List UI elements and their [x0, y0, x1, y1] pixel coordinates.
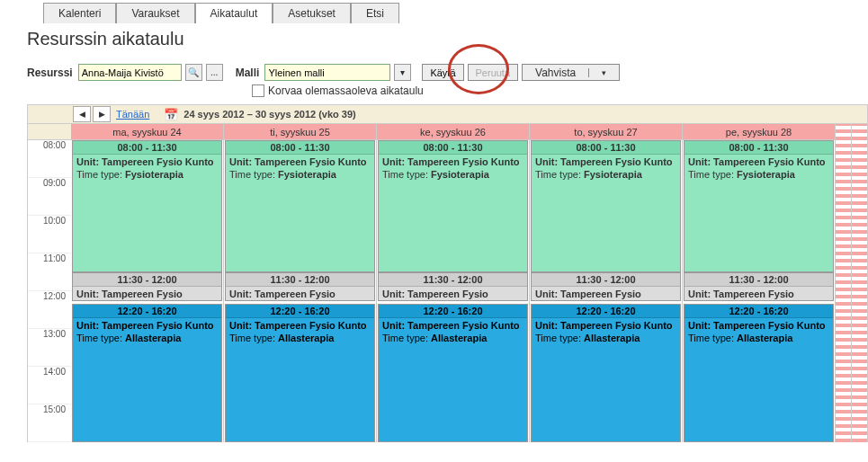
overwrite-row: Korvaa olemassaoleva aikataulu: [252, 84, 868, 97]
apply-button[interactable]: Käytä: [422, 64, 463, 81]
date-range: 24 syys 2012 – 30 syys 2012 (vko 39): [183, 109, 355, 120]
malli-input[interactable]: [264, 64, 390, 81]
search-icon[interactable]: 🔍: [185, 64, 202, 81]
event-time: 08:00 - 11:30: [379, 141, 527, 155]
event-body: Unit: Tampereen Fysio: [379, 287, 527, 301]
next-button[interactable]: ▶: [93, 106, 111, 122]
time-label: 13:00: [28, 329, 71, 367]
calendar-event[interactable]: 08:00 - 11:30Unit: Tampereen Fysio Kunto…: [531, 140, 681, 272]
malli-label: Malli: [236, 67, 260, 79]
tab-kalenteri[interactable]: Kalenteri: [43, 3, 116, 23]
prev-button[interactable]: ◀: [73, 106, 91, 122]
event-time: 12:20 - 16:20: [73, 305, 221, 318]
event-body: Unit: Tampereen Fysio KuntoTime type: Al…: [532, 318, 680, 347]
day-column: ti, syyskuu 2508:00 - 11:30Unit: Tampere…: [224, 124, 377, 442]
tab-asetukset[interactable]: Asetukset: [273, 3, 351, 23]
time-cells: 08:0009:0010:0011:0012:0013:0014:0015:00: [28, 140, 71, 442]
time-column: 08:0009:0010:0011:0012:0013:0014:0015:00: [28, 124, 71, 442]
overwrite-label: Korvaa olemassaoleva aikataulu: [268, 84, 424, 97]
day-columns: ma, syyskuu 2408:00 - 11:30Unit: Tampere…: [71, 124, 836, 442]
resurssi-label: Resurssi: [27, 67, 73, 79]
calendar-event[interactable]: 12:20 - 16:20Unit: Tampereen Fysio Kunto…: [378, 304, 528, 442]
event-time: 12:20 - 16:20: [532, 305, 680, 318]
event-body: Unit: Tampereen Fysio: [226, 287, 374, 301]
calendar-event[interactable]: 11:30 - 12:00Unit: Tampereen Fysio: [684, 272, 834, 301]
event-time: 12:20 - 16:20: [379, 305, 527, 318]
day-column: ma, syyskuu 2408:00 - 11:30Unit: Tampere…: [71, 124, 224, 442]
day-header: ma, syyskuu 24: [71, 124, 223, 140]
chevron-down-icon: ▾: [588, 68, 619, 77]
overwrite-checkbox[interactable]: [252, 84, 264, 97]
day-column: pe, syyskuu 2808:00 - 11:30Unit: Tampere…: [683, 124, 836, 442]
calendar-event[interactable]: 08:00 - 11:30Unit: Tampereen Fysio Kunto…: [684, 140, 834, 272]
event-body: Unit: Tampereen Fysio KuntoTime type: Al…: [685, 318, 833, 347]
calendar-event[interactable]: 12:20 - 16:20Unit: Tampereen Fysio Kunto…: [684, 304, 834, 442]
event-body: Unit: Tampereen Fysio: [685, 287, 833, 301]
event-time: 08:00 - 11:30: [226, 141, 374, 155]
calendar-event[interactable]: 11:30 - 12:00Unit: Tampereen Fysio: [531, 272, 681, 301]
dropdown-icon[interactable]: ▾: [394, 64, 411, 81]
event-time: 11:30 - 12:00: [379, 273, 527, 287]
calendar-event[interactable]: 11:30 - 12:00Unit: Tampereen Fysio: [378, 272, 528, 301]
event-body: Unit: Tampereen Fysio KuntoTime type: Al…: [379, 318, 527, 347]
event-time: 11:30 - 12:00: [685, 273, 833, 287]
event-time: 11:30 - 12:00: [226, 273, 374, 287]
event-time: 08:00 - 11:30: [73, 141, 221, 155]
event-body: Unit: Tampereen Fysio KuntoTime type: Fy…: [73, 155, 221, 183]
confirm-select[interactable]: Vahvista ▾: [522, 64, 620, 81]
tab-aikataulut[interactable]: Aikataulut: [195, 3, 273, 23]
calendar-event[interactable]: 08:00 - 11:30Unit: Tampereen Fysio Kunto…: [225, 140, 375, 272]
event-time: 11:30 - 12:00: [532, 273, 680, 287]
controls-row: Resurssi 🔍 ... Malli ▾ Käytä Peruuta Vah…: [27, 64, 868, 81]
event-time: 08:00 - 11:30: [532, 141, 680, 155]
time-label: 08:00: [28, 140, 71, 178]
time-label: 14:00: [28, 367, 71, 404]
event-body: Unit: Tampereen Fysio KuntoTime type: Al…: [73, 318, 221, 347]
tab-varaukset[interactable]: Varaukset: [116, 3, 194, 23]
day-slots: 08:00 - 11:30Unit: Tampereen Fysio Kunto…: [377, 140, 529, 442]
resurssi-input[interactable]: [78, 64, 182, 81]
event-time: 11:30 - 12:00: [73, 273, 221, 287]
day-header: to, syyskuu 27: [530, 124, 682, 140]
calendar-event[interactable]: 08:00 - 11:30Unit: Tampereen Fysio Kunto…: [378, 140, 528, 272]
day-slots: 08:00 - 11:30Unit: Tampereen Fysio Kunto…: [224, 140, 376, 442]
calendar-event[interactable]: 11:30 - 12:00Unit: Tampereen Fysio: [72, 272, 222, 301]
day-column: ke, syyskuu 2608:00 - 11:30Unit: Tampere…: [377, 124, 530, 442]
day-header: ti, syyskuu 25: [224, 124, 376, 140]
day-header: pe, syyskuu 28: [683, 124, 835, 140]
page-title: Resurssin aikataulu: [27, 29, 868, 49]
calendar-event[interactable]: 11:30 - 12:00Unit: Tampereen Fysio: [225, 272, 375, 301]
calendar-event[interactable]: 12:20 - 16:20Unit: Tampereen Fysio Kunto…: [72, 304, 222, 442]
tab-bar: KalenteriVarauksetAikataulutAsetuksetEts…: [43, 3, 868, 23]
today-link[interactable]: Tänään: [116, 109, 149, 120]
event-time: 12:20 - 16:20: [226, 305, 374, 318]
calendar-icon[interactable]: 📅: [164, 108, 178, 121]
event-body: Unit: Tampereen Fysio KuntoTime type: Al…: [226, 318, 374, 347]
calendar-event[interactable]: 12:20 - 16:20Unit: Tampereen Fysio Kunto…: [531, 304, 681, 442]
day-slots: 08:00 - 11:30Unit: Tampereen Fysio Kunto…: [71, 140, 223, 442]
calendar-event[interactable]: 12:20 - 16:20Unit: Tampereen Fysio Kunto…: [225, 304, 375, 442]
weekend-sat: [836, 124, 852, 442]
time-label: 12:00: [28, 291, 71, 329]
event-time: 08:00 - 11:30: [685, 141, 833, 155]
time-label: 10:00: [28, 216, 71, 253]
time-label: 09:00: [28, 178, 71, 216]
event-body: Unit: Tampereen Fysio KuntoTime type: Fy…: [226, 155, 374, 183]
time-label: 15:00: [28, 404, 71, 442]
day-column: to, syyskuu 2708:00 - 11:30Unit: Tampere…: [530, 124, 683, 442]
event-body: Unit: Tampereen Fysio KuntoTime type: Fy…: [685, 155, 833, 183]
weekend-sun: [852, 124, 868, 442]
day-header: ke, syyskuu 26: [377, 124, 529, 140]
event-body: Unit: Tampereen Fysio KuntoTime type: Fy…: [532, 155, 680, 183]
tab-etsi[interactable]: Etsi: [351, 3, 399, 23]
calendar: ◀ ▶ Tänään 📅 24 syys 2012 – 30 syys 2012…: [27, 104, 868, 442]
cancel-button: Peruuta: [468, 64, 519, 81]
day-slots: 08:00 - 11:30Unit: Tampereen Fysio Kunto…: [683, 140, 835, 442]
event-body: Unit: Tampereen Fysio: [73, 287, 221, 301]
calendar-nav: ◀ ▶ Tänään 📅 24 syys 2012 – 30 syys 2012…: [27, 104, 868, 124]
confirm-label: Vahvista: [523, 67, 588, 79]
day-slots: 08:00 - 11:30Unit: Tampereen Fysio Kunto…: [530, 140, 682, 442]
event-body: Unit: Tampereen Fysio: [532, 287, 680, 301]
calendar-event[interactable]: 08:00 - 11:30Unit: Tampereen Fysio Kunto…: [72, 140, 222, 272]
browse-button[interactable]: ...: [206, 64, 223, 81]
